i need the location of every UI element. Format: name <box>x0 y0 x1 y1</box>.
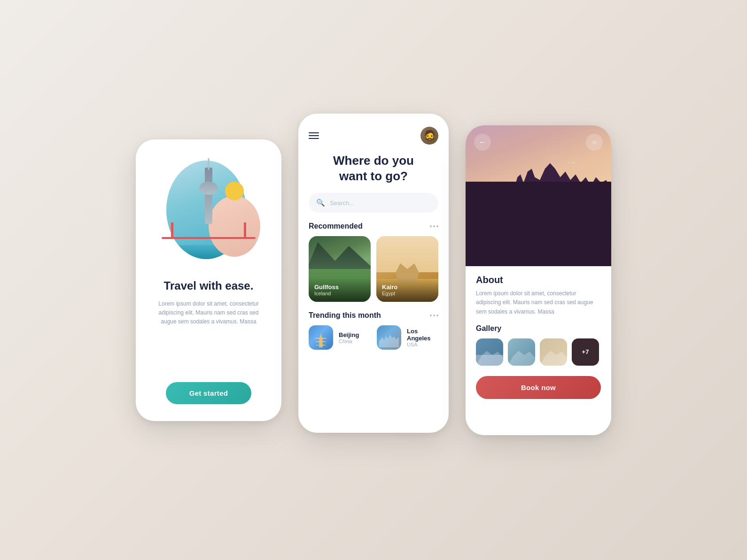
search-icon: 🔍 <box>316 199 325 207</box>
bookmark-button[interactable]: ☆ <box>586 134 603 151</box>
hero-birds: ~ ~ <box>568 161 575 166</box>
trending-cards-list: Beijing China Los Angeles USA <box>298 325 449 350</box>
gallery-title: Gallery <box>476 324 601 333</box>
beijing-pagoda <box>315 333 327 347</box>
kairo-overlay: Kairo Egypt <box>376 278 438 302</box>
onboarding-subtitle: Lorem ipsum dolor sit amet, consectetur … <box>149 299 268 327</box>
onboarding-screen: Travel with ease. Lorem ipsum dolor sit … <box>136 139 281 421</box>
about-text: Lorem ipsum dolor sit amet, consectetur … <box>476 289 601 317</box>
bookmark-icon: ☆ <box>591 138 598 146</box>
gallery-thumb-2[interactable] <box>508 338 535 366</box>
get-started-button[interactable]: Get started <box>166 382 252 404</box>
screen2-title: Where do you want to go? <box>298 145 449 185</box>
recommended-card-kairo[interactable]: Kairo Egypt <box>376 236 438 302</box>
beijing-country: China <box>339 338 359 344</box>
onboarding-title: Travel with ease. <box>164 278 254 293</box>
gullfoss-name: Gullfoss <box>314 284 365 291</box>
gallery-more-count: +7 <box>582 348 589 355</box>
la-country: USA <box>407 342 438 347</box>
detail-screen: ~ ~ ← ☆ About Lorem ipsum dolor sit amet… <box>466 125 611 435</box>
screen2-header: 🧔 <box>298 114 449 145</box>
illustration-bridge <box>162 224 256 247</box>
search-bar[interactable]: 🔍 Search... <box>309 193 438 213</box>
t-dot-3 <box>436 315 438 316</box>
bridge-tower-right <box>244 222 246 239</box>
gullfoss-country: Iceland <box>314 291 365 296</box>
dot-3 <box>436 225 438 227</box>
recommended-card-gullfoss[interactable]: Gullfoss Iceland <box>309 236 371 302</box>
back-icon: ← <box>479 138 486 146</box>
gallery-thumb-1[interactable] <box>476 338 503 366</box>
illustration-sun <box>225 182 244 200</box>
trending-section-header: Trending this month <box>298 302 449 325</box>
recommended-label: Recommended <box>309 222 363 230</box>
avatar[interactable]: 🧔 <box>420 127 438 145</box>
gallery-thumb-3[interactable] <box>540 338 567 366</box>
la-skyline <box>379 333 399 347</box>
more-options-icon[interactable] <box>430 225 438 227</box>
t-dot-1 <box>430 315 432 316</box>
menu-icon[interactable] <box>309 132 319 139</box>
avatar-emoji: 🧔 <box>423 130 436 142</box>
dot-1 <box>430 225 432 227</box>
la-info: Los Angeles USA <box>407 328 438 347</box>
trending-label: Trending this month <box>309 311 381 320</box>
la-thumbnail <box>377 325 401 350</box>
recommended-cards-list: Gullfoss Iceland Kairo Egypt <box>298 236 449 302</box>
beijing-info: Beijing China <box>339 331 359 344</box>
illustration-tower <box>205 168 212 224</box>
beijing-name: Beijing <box>339 331 359 338</box>
hamburger-line-2 <box>309 135 319 136</box>
trending-card-beijing[interactable]: Beijing China <box>309 325 370 350</box>
hero-illustration <box>157 158 260 261</box>
t-dot-2 <box>433 315 435 316</box>
hamburger-line-3 <box>309 138 319 139</box>
gallery-mountain-3 <box>540 349 567 366</box>
screens-container: Travel with ease. Lorem ipsum dolor sit … <box>117 97 630 463</box>
trending-more-options-icon[interactable] <box>430 315 438 316</box>
bridge-deck <box>162 237 256 239</box>
gallery-thumb-more[interactable]: +7 <box>572 338 599 366</box>
dot-2 <box>433 225 435 227</box>
trending-card-la[interactable]: Los Angeles USA <box>377 325 438 350</box>
bridge-tower-left <box>171 222 173 239</box>
back-button[interactable]: ← <box>474 134 491 151</box>
detail-content: About Lorem ipsum dolor sit amet, consec… <box>466 266 611 435</box>
recommended-section-header: Recommended <box>298 213 449 236</box>
search-screen: 🧔 Where do you want to go? 🔍 Search... R… <box>298 114 449 433</box>
hero-image: ~ ~ ← ☆ <box>466 125 611 266</box>
palm-trees <box>466 182 611 266</box>
kairo-sky <box>376 236 438 272</box>
gallery-row: +7 <box>476 338 601 366</box>
la-name: Los Angeles <box>407 328 438 342</box>
kairo-name: Kairo <box>382 284 433 291</box>
gallery-coast <box>476 355 503 366</box>
search-placeholder-text: Search... <box>330 199 354 207</box>
gallery-mountain-2 <box>508 349 535 366</box>
kairo-country: Egypt <box>382 291 433 296</box>
gullfoss-overlay: Gullfoss Iceland <box>309 278 371 302</box>
hamburger-line-1 <box>309 132 319 133</box>
about-title: About <box>476 275 601 285</box>
beijing-thumbnail <box>309 325 333 350</box>
book-now-button[interactable]: Book now <box>476 376 601 399</box>
